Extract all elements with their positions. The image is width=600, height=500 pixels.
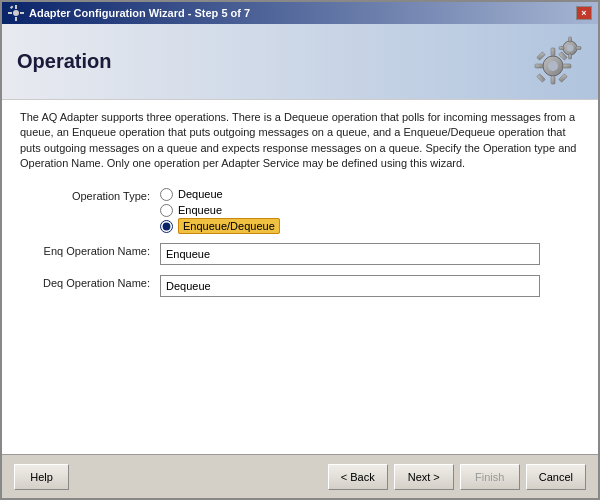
operation-type-label: Operation Type: [20,188,150,202]
help-button[interactable]: Help [14,464,69,490]
enq-operation-input[interactable] [160,243,540,265]
wizard-window: Adapter Configuration Wizard - Step 5 of… [0,0,600,500]
svg-rect-12 [537,52,545,60]
title-bar-left: Adapter Configuration Wizard - Step 5 of… [8,5,250,21]
enq-operation-row: Enq Operation Name: [20,243,580,265]
title-bar: Adapter Configuration Wizard - Step 5 of… [2,2,598,24]
content-area: Operation [2,24,598,454]
operation-type-row: Operation Type: Dequeue Enqueue [20,188,580,233]
main-content: The AQ Adapter supports three operations… [2,100,598,454]
finish-button: Finish [460,464,520,490]
svg-rect-10 [535,64,543,68]
svg-rect-13 [559,74,567,82]
bottom-bar: Help < Back Next > Finish Cancel [2,454,598,498]
svg-rect-9 [551,76,555,84]
radio-enqueue[interactable] [160,204,173,217]
svg-rect-2 [15,17,17,21]
radio-enqueue-dequeue-label[interactable]: Enqueue/Dequeue [178,220,280,232]
enq-operation-label: Enq Operation Name: [20,243,150,257]
next-button[interactable]: Next > [394,464,454,490]
cancel-button[interactable]: Cancel [526,464,586,490]
svg-rect-8 [551,48,555,56]
radio-dequeue[interactable] [160,188,173,201]
svg-rect-15 [537,74,545,82]
svg-rect-3 [8,12,12,14]
back-button[interactable]: < Back [328,464,388,490]
close-button[interactable]: × [576,6,592,20]
window-title: Adapter Configuration Wizard - Step 5 of… [29,7,250,19]
svg-rect-20 [559,47,564,50]
svg-point-17 [567,45,574,52]
radio-item-enqueue-dequeue: Enqueue/Dequeue [160,220,280,233]
radio-item-dequeue: Dequeue [160,188,280,201]
svg-point-7 [548,61,558,71]
header-section: Operation [2,24,598,100]
svg-rect-1 [15,5,17,9]
radio-enqueue-label[interactable]: Enqueue [178,204,222,216]
svg-point-0 [13,10,19,16]
header-gear-icon [523,34,583,89]
title-gear-icon [8,5,24,21]
deq-operation-row: Deq Operation Name: [20,275,580,297]
form-section: Operation Type: Dequeue Enqueue [20,188,580,297]
svg-rect-4 [20,12,24,14]
description-text: The AQ Adapter supports three operations… [20,110,580,172]
radio-enqueue-dequeue[interactable] [160,220,173,233]
svg-rect-19 [569,54,572,59]
radio-dequeue-label[interactable]: Dequeue [178,188,223,200]
svg-rect-18 [569,37,572,42]
bottom-left: Help [14,464,69,490]
page-title: Operation [17,50,111,73]
svg-rect-11 [563,64,571,68]
deq-operation-label: Deq Operation Name: [20,275,150,289]
svg-rect-5 [10,5,14,9]
deq-operation-input[interactable] [160,275,540,297]
radio-group: Dequeue Enqueue Enqueue/Dequeue [160,188,280,233]
radio-item-enqueue: Enqueue [160,204,280,217]
svg-rect-21 [576,47,581,50]
radio-enqueue-dequeue-text: Enqueue/Dequeue [178,218,280,234]
bottom-right: < Back Next > Finish Cancel [328,464,586,490]
